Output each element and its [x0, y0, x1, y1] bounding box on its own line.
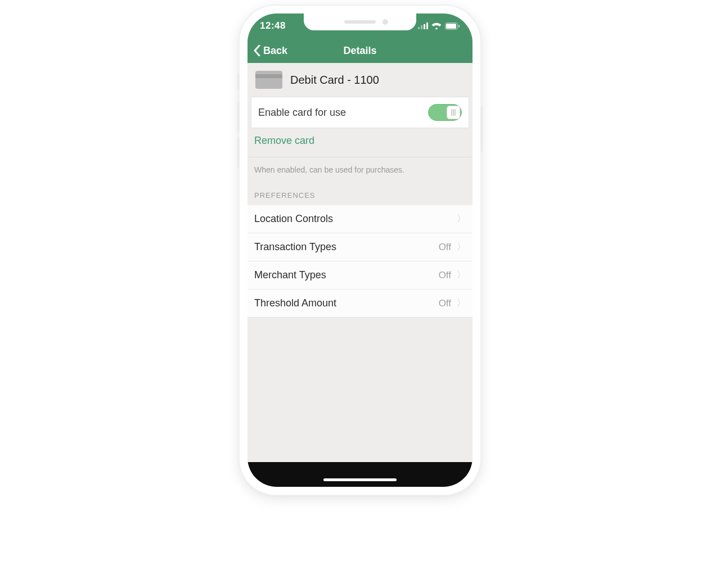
speaker [344, 20, 376, 24]
enable-card-toggle[interactable] [428, 104, 462, 121]
remove-card-row: Remove card [248, 128, 472, 157]
svg-rect-0 [418, 27, 420, 29]
preferences-list: Location Controls 〉 Transaction Types Of… [248, 205, 472, 318]
nav-bar: Back Details [248, 38, 472, 63]
wifi-icon [431, 22, 442, 30]
status-time: 12:48 [260, 20, 286, 31]
back-label: Back [263, 45, 287, 57]
svg-rect-6 [458, 25, 460, 28]
phone-frame: 12:48 Back Details [240, 6, 480, 495]
pref-label: Transaction Types [254, 241, 336, 253]
pref-label: Merchant Types [254, 269, 326, 281]
pref-transaction-types[interactable]: Transaction Types Off 〉 [248, 233, 472, 261]
chevron-right-icon: 〉 [457, 269, 466, 281]
pref-status: Off [439, 298, 451, 309]
chevron-right-icon: 〉 [457, 241, 466, 253]
pref-location-controls[interactable]: Location Controls 〉 [248, 205, 472, 233]
pref-merchant-types[interactable]: Merchant Types Off 〉 [248, 261, 472, 290]
pref-threshold-amount[interactable]: Threshold Amount Off 〉 [248, 290, 472, 318]
enable-card-row: Enable card for use [251, 97, 469, 128]
chevron-right-icon: 〉 [457, 213, 466, 225]
back-button[interactable]: Back [253, 45, 287, 57]
preferences-header: PREFERENCES [248, 191, 472, 205]
svg-rect-3 [426, 22, 428, 29]
pref-status: Off [439, 242, 451, 253]
volume-down [237, 137, 240, 168]
card-title: Debit Card - 1100 [290, 74, 379, 87]
pref-label: Location Controls [254, 213, 333, 225]
enable-card-label: Enable card for use [258, 107, 346, 119]
power-button [480, 107, 483, 152]
svg-rect-5 [446, 24, 456, 29]
card-header: Debit Card - 1100 [248, 63, 472, 97]
pref-label: Threshold Amount [254, 297, 336, 309]
pref-status: Off [439, 270, 451, 281]
front-camera [382, 19, 388, 25]
home-indicator[interactable] [323, 478, 397, 481]
chevron-right-icon: 〉 [457, 297, 466, 309]
content-area: Debit Card - 1100 Enable card for use Re… [248, 63, 472, 487]
remove-card-link[interactable]: Remove card [254, 135, 314, 146]
phone-screen: 12:48 Back Details [248, 13, 472, 487]
card-icon [255, 71, 282, 89]
battery-icon [445, 22, 460, 30]
status-icons [418, 22, 460, 30]
svg-rect-2 [424, 24, 425, 29]
svg-rect-1 [421, 25, 422, 29]
cellular-icon [418, 22, 428, 29]
notch [304, 13, 416, 30]
helper-text: When enabled, can be used for purchases. [248, 157, 472, 191]
page-title: Details [343, 45, 376, 57]
bottom-bar [248, 462, 472, 487]
toggle-knob [447, 106, 460, 119]
volume-switch [237, 73, 240, 90]
chevron-left-icon [253, 45, 261, 56]
volume-up [237, 101, 240, 132]
